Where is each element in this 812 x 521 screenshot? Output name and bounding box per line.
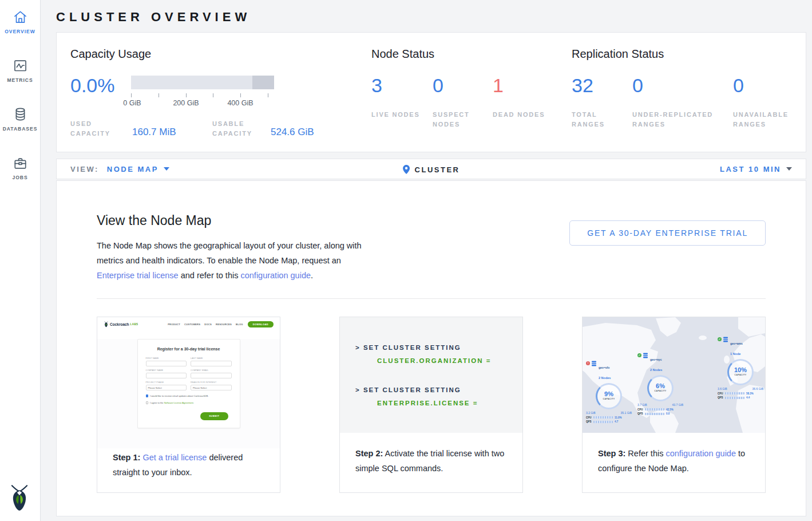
- node-map-heading: View the Node Map: [97, 213, 362, 228]
- sidebar-item-overview[interactable]: OVERVIEW: [0, 0, 40, 34]
- sql-code-block: > SET CLUSTER SETTING CLUSTER.ORGANIZATI…: [340, 317, 522, 433]
- section-divider: [97, 298, 766, 299]
- capacity-usage-title: Capacity Usage: [70, 48, 371, 61]
- sidebar-item-label: OVERVIEW: [0, 29, 40, 34]
- used-capacity-value: 160.7 MiB: [132, 127, 212, 139]
- node-stack-icon: [723, 337, 728, 342]
- sidebar-item-label: METRICS: [0, 77, 40, 83]
- sidebar-item-label: DATABASES: [0, 126, 40, 132]
- unavailable-ranges-stat: 0 UNAVAILABLE RANGES: [733, 61, 806, 129]
- minisite-input: [191, 361, 232, 366]
- view-label: VIEW:: [70, 165, 99, 173]
- page-title: CLUSTER OVERVIEW: [56, 0, 806, 32]
- cluster-label: CLUSTER: [415, 165, 460, 174]
- cockroach-bug-icon: [104, 321, 109, 327]
- minisite-select: Please Select: [191, 385, 232, 390]
- view-bar: VIEW: NODE MAP CLUSTER LAST 10 MIN: [56, 159, 806, 179]
- suspect-nodes-value: 0: [433, 74, 493, 96]
- capacity-bar-chart: 0 GiB 200 GiB 400 GiB: [131, 76, 274, 111]
- capacity-bar-other: [252, 76, 274, 89]
- usable-capacity-label: USABLE CAPACITY: [212, 119, 271, 139]
- configuration-guide-link[interactable]: configuration guide: [240, 271, 311, 280]
- metrics-icon: [13, 58, 28, 73]
- node-stack-icon: [591, 361, 597, 366]
- step-1-caption: Step 1: Get a trial license delivered st…: [97, 448, 280, 480]
- step-3-caption: Step 3: Refer this configuration guide t…: [583, 433, 765, 476]
- axis-tick-label: 400 GiB: [227, 99, 253, 107]
- enterprise-trial-button[interactable]: GET A 30-DAY ENTERPRISE TRIAL: [569, 220, 766, 246]
- total-ranges-value: 32: [572, 74, 632, 96]
- sidebar: OVERVIEW METRICS DATABASES: [0, 0, 41, 521]
- step-2-card: > SET CLUSTER SETTING CLUSTER.ORGANIZATI…: [339, 317, 523, 493]
- time-range-value: LAST 10 MIN: [720, 165, 781, 173]
- node-status-section: Node Status 3 LIVE NODES 0 SUSPECT NODES…: [371, 48, 572, 152]
- cpu-sparkbar: [645, 408, 664, 411]
- dead-nodes-label: DEAD NODES: [493, 110, 545, 120]
- trial-license-site-preview: Cockroach LABS PRODUCT CUSTOMERS DOCS RE…: [97, 317, 280, 448]
- live-node-badge-icon: ✓: [718, 337, 722, 341]
- suspect-nodes-stat: 0 SUSPECT NODES: [433, 61, 493, 129]
- cpu-sparkbar: [593, 416, 613, 419]
- replication-status-section: Replication Status 32 TOTAL RANGES 0 UND…: [572, 48, 806, 152]
- time-range-dropdown[interactable]: LAST 10 MIN: [720, 165, 792, 173]
- node-map-panel: View the Node Map The Node Map shows the…: [56, 180, 806, 516]
- map-node-nyc: ✓ geo=nyc 2 Nodes 6% CAPACITY 3: [637, 353, 683, 415]
- location-pin-icon: [403, 165, 410, 174]
- capacity-percent: 0.0%: [70, 74, 131, 111]
- description-line-3: Enterprise trial license and refer to th…: [97, 268, 362, 283]
- sidebar-item-jobs[interactable]: JOBS: [0, 146, 40, 180]
- configuration-guide-link[interactable]: configuration guide: [666, 449, 736, 458]
- minisite-checkbox: [146, 394, 149, 397]
- get-trial-license-link[interactable]: Get a trial license: [142, 453, 207, 462]
- capacity-gauge: 6% CAPACITY: [647, 375, 674, 401]
- cluster-summary-panel: Capacity Usage 0.0% 0 GiB 200 GiB 400 Gi…: [56, 32, 806, 152]
- capacity-gauge: 10% CAPACITY: [727, 359, 754, 385]
- sidebar-item-label: JOBS: [0, 175, 40, 180]
- usable-capacity-value: 524.6 GiB: [271, 127, 314, 139]
- unavailable-ranges-value: 0: [733, 74, 806, 96]
- chevron-down-icon: [164, 167, 169, 171]
- live-node-badge-icon: ✓: [637, 353, 641, 357]
- live-nodes-label: LIVE NODES: [371, 110, 424, 120]
- used-capacity-label: USED CAPACITY: [70, 119, 132, 139]
- view-selector-dropdown[interactable]: NODE MAP: [107, 165, 169, 173]
- view-selector-value: NODE MAP: [107, 165, 159, 173]
- cpu-sparkbar: [725, 392, 744, 394]
- sidebar-item-databases[interactable]: DATABASES: [0, 97, 40, 132]
- sidebar-item-metrics[interactable]: METRICS: [0, 49, 40, 83]
- dead-nodes-value: 1: [493, 74, 572, 96]
- live-nodes-stat: 3 LIVE NODES: [371, 61, 433, 129]
- map-node-sfo: ! geo=sfo 2 Nodes 9% CAPACITY 3: [586, 361, 632, 423]
- minisite-input: [146, 361, 187, 366]
- enterprise-trial-license-link[interactable]: Enterprise trial license: [97, 271, 179, 280]
- dead-nodes-stat: 1 DEAD NODES: [493, 61, 572, 129]
- minisite-register-form: Register for a 30-day trial license FIRS…: [137, 339, 240, 428]
- database-icon: [13, 106, 28, 122]
- node-status-title: Node Status: [371, 48, 572, 61]
- unavailable-ranges-label: UNAVAILABLE RANGES: [733, 110, 796, 129]
- minisite-download-button: DOWNLOAD: [248, 321, 274, 327]
- minisite-input: [146, 373, 187, 378]
- total-ranges-stat: 32 TOTAL RANGES: [572, 61, 632, 129]
- map-node-ams: ✓ geo=ams 1 Node 10% CAPACITY 3: [718, 337, 763, 399]
- minisite-brand: Cockroach LABS: [104, 321, 138, 327]
- description-line-1: The Node Map shows the geographical layo…: [97, 238, 362, 253]
- total-ranges-label: TOTAL RANGES: [572, 110, 624, 129]
- briefcase-icon: [13, 155, 28, 171]
- breadcrumb-cluster: CLUSTER: [403, 159, 460, 180]
- minisite-select: Please Select: [146, 385, 187, 390]
- capacity-usage-section: Capacity Usage 0.0% 0 GiB 200 GiB 400 Gi…: [70, 48, 371, 152]
- axis-tick-label: 0 GiB: [123, 99, 141, 107]
- suspect-nodes-label: SUSPECT NODES: [433, 110, 485, 129]
- description-line-2: metrics and health indicators. To enable…: [97, 253, 362, 268]
- under-replicated-ranges-stat: 0 UNDER-REPLICATED RANGES: [632, 61, 733, 129]
- minisite-nav: PRODUCT CUSTOMERS DOCS RESOURCES BLOG DO…: [164, 321, 274, 327]
- node-map-description: The Node Map shows the geographical layo…: [97, 238, 362, 283]
- chevron-down-icon: [786, 167, 792, 171]
- capacity-gauge: 9% CAPACITY: [596, 383, 622, 409]
- qps-sparkbar: [593, 421, 613, 423]
- home-icon: [13, 9, 28, 25]
- replication-status-title: Replication Status: [572, 48, 806, 61]
- node-map-preview: ! geo=sfo 2 Nodes 9% CAPACITY 3: [583, 317, 765, 433]
- live-nodes-value: 3: [371, 74, 433, 96]
